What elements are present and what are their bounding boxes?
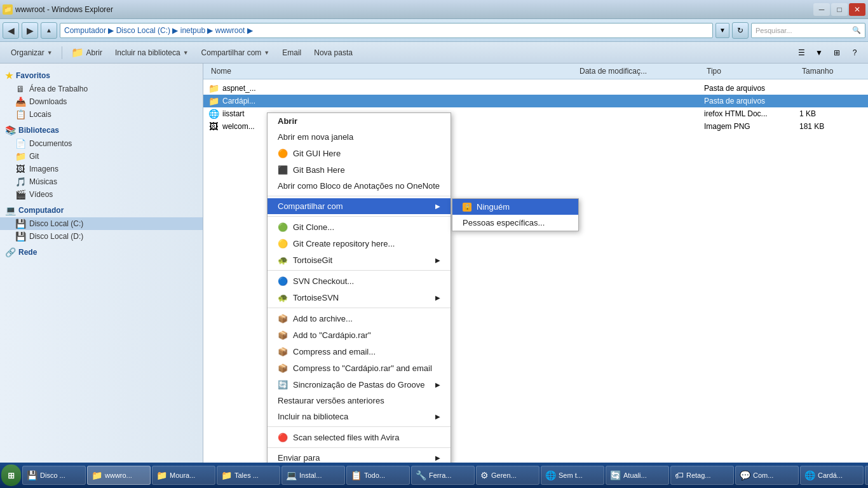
- videos-icon: 🎬: [15, 190, 25, 199]
- back-button[interactable]: ◀: [3, 22, 19, 39]
- taskbar-item-perso[interactable]: 👤 Perso...: [865, 466, 868, 485]
- favorites-header[interactable]: ★ Favoritos: [0, 69, 203, 83]
- tortoisegit-icon: 🐢: [278, 255, 288, 265]
- taskbar-icon-geren: ⚙: [480, 470, 489, 480]
- submenu-ninguem[interactable]: 🔒 Ninguém: [452, 199, 578, 215]
- view-dropdown[interactable]: ▼: [811, 44, 827, 61]
- include-library-button[interactable]: Incluir na biblioteca ▼: [109, 44, 194, 61]
- git-clone-icon: 🟢: [278, 222, 288, 232]
- sidebar-item-disk-c[interactable]: 💾 Disco Local (C:): [0, 217, 203, 230]
- ctx-restaurar[interactable]: Restaurar versões anteriores: [268, 393, 451, 409]
- email-button[interactable]: Email: [276, 44, 307, 61]
- context-menu: Abrir Abrir em nova janela 🟠 Git GUI Her…: [267, 112, 451, 469]
- taskbar-item-carda[interactable]: 🌐 Cardá...: [800, 466, 864, 485]
- taskbar-item-disco[interactable]: 💾 Disco ...: [22, 466, 86, 485]
- lock-icon: 🔒: [463, 203, 471, 212]
- ctx-add-archive[interactable]: 📦 Add to archive...: [268, 310, 451, 327]
- table-row[interactable]: 📁 aspnet_... Pasta de arquivos: [203, 82, 868, 95]
- preview-pane-button[interactable]: ⊞: [829, 44, 845, 61]
- taskbar-item-com[interactable]: 💬 Com...: [735, 466, 799, 485]
- taskbar-item-tales[interactable]: 📁 Tales ...: [217, 466, 280, 485]
- forward-button[interactable]: ▶: [22, 22, 38, 39]
- ctx-abrir[interactable]: Abrir: [268, 113, 451, 129]
- libraries-header[interactable]: 📚 Bibliotecas: [0, 123, 203, 137]
- ctx-git-clone[interactable]: 🟢 Git Clone...: [268, 219, 451, 235]
- network-section: 🔗 Rede: [0, 245, 203, 259]
- address-dropdown[interactable]: ▼: [715, 23, 729, 38]
- ctx-git-gui[interactable]: 🟠 Git GUI Here: [268, 145, 451, 161]
- col-modified[interactable]: Data de modificaç...: [577, 65, 704, 78]
- taskbar-item-atuali[interactable]: 🔄 Atuali...: [606, 466, 669, 485]
- search-icon: 🔍: [852, 26, 861, 34]
- ctx-sep-4: [268, 308, 451, 308]
- taskbar-item-ferra[interactable]: 🔧 Ferra...: [411, 466, 475, 485]
- new-folder-button[interactable]: Nova pasta: [308, 44, 358, 61]
- sidebar-item-music[interactable]: 🎵 Músicas: [0, 175, 203, 188]
- taskbar-item-geren[interactable]: ⚙ Geren...: [476, 466, 539, 485]
- close-button[interactable]: ✕: [849, 3, 865, 16]
- ctx-abrir-nova-janela[interactable]: Abrir em nova janela: [268, 129, 451, 145]
- sidebar-item-documents[interactable]: 📄 Documentos: [0, 137, 203, 150]
- ctx-tortoisesvn[interactable]: 🐢 TortoiseSVN ▶: [268, 289, 451, 306]
- submenu-pessoas[interactable]: Pessoas específicas...: [452, 215, 578, 231]
- sidebar-item-videos[interactable]: 🎬 Vídeos: [0, 188, 203, 201]
- computer-icon: 💻: [5, 205, 16, 215]
- ctx-sep-6: [268, 447, 451, 448]
- sidebar-item-git[interactable]: 📁 Git: [0, 150, 203, 163]
- minimize-button[interactable]: ─: [813, 3, 830, 16]
- share-button[interactable]: Compartilhar com ▼: [196, 44, 276, 61]
- taskbar-icon-tales: 📁: [221, 470, 232, 480]
- col-name[interactable]: Nome: [208, 65, 577, 78]
- ctx-svn-checkout[interactable]: 🔵 SVN Checkout...: [268, 273, 451, 289]
- col-type[interactable]: Tipo: [704, 65, 799, 78]
- ctx-git-create[interactable]: 🟡 Git Create repository here...: [268, 235, 451, 252]
- sidebar-item-downloads[interactable]: 📥 Downloads: [0, 95, 203, 108]
- taskbar-item-semt[interactable]: 🌐 Sem t...: [541, 466, 604, 485]
- sidebar-item-locals[interactable]: 📋 Locais: [0, 108, 203, 121]
- col-size[interactable]: Tamanho: [799, 65, 863, 78]
- folder-icon-cardapio: 📁: [208, 96, 219, 106]
- open-button[interactable]: 📁 Abrir: [65, 44, 108, 61]
- computer-header[interactable]: 💻 Computador: [0, 203, 203, 217]
- ctx-add-cardapio[interactable]: 📦 Add to "Cardápio.rar": [268, 327, 451, 343]
- ctx-compress-cardapio-email[interactable]: 📦 Compress to "Cardápio.rar" and email: [268, 360, 451, 376]
- taskbar-icon-retag: 🏷: [675, 470, 684, 480]
- ctx-compartilhar[interactable]: Compartilhar com ▶ 🔒 Ninguém Pessoas esp…: [268, 198, 451, 214]
- ctx-git-bash[interactable]: ⬛ Git Bash Here: [268, 161, 451, 178]
- file-name-cardapio: 📁 Cardápi...: [208, 96, 577, 106]
- ctx-scan-avira[interactable]: 🔴 Scan selected files with Avira: [268, 429, 451, 445]
- ctx-abrir-onenote[interactable]: Abrir como Bloco de Anotações no OneNote: [268, 178, 451, 194]
- taskbar-item-moura[interactable]: 📁 Moura...: [152, 466, 215, 485]
- ctx-incluir-biblioteca[interactable]: Incluir na biblioteca ▶: [268, 409, 451, 424]
- git-create-icon: 🟡: [278, 238, 288, 248]
- taskbar-item-todo[interactable]: 📋 Todo...: [346, 466, 410, 485]
- ctx-sep-5: [268, 426, 451, 427]
- view-details-button[interactable]: ☰: [793, 44, 810, 61]
- view-controls: ☰ ▼ ⊞ ?: [793, 44, 863, 61]
- table-row[interactable]: 📁 Cardápi... Pasta de arquivos Abrir Abr…: [203, 95, 868, 107]
- search-box[interactable]: Pesquisar... 🔍: [751, 23, 865, 38]
- git-gui-icon: 🟠: [278, 148, 288, 158]
- maximize-button[interactable]: □: [831, 3, 848, 16]
- taskbar-item-wwwroot[interactable]: 📁 wwwro...: [87, 466, 151, 485]
- network-header[interactable]: 🔗 Rede: [0, 245, 203, 259]
- ctx-sincronizacao[interactable]: 🔄 Sincronização de Pastas do Groove ▶: [268, 376, 451, 393]
- taskbar-icon-todo: 📋: [351, 470, 362, 480]
- ctx-tortoisegit[interactable]: 🐢 TortoiseGit ▶: [268, 252, 451, 268]
- archive-icon: 📦: [278, 313, 288, 323]
- organize-button[interactable]: Organizar ▼: [5, 44, 58, 61]
- help-button[interactable]: ?: [846, 44, 863, 61]
- start-button[interactable]: ⊞: [1, 464, 21, 486]
- sidebar-item-desktop[interactable]: 🖥 Área de Trabalho: [0, 83, 203, 95]
- taskbar-item-instal[interactable]: 💻 Instal...: [281, 466, 345, 485]
- taskbar-icon-carda: 🌐: [804, 470, 815, 480]
- taskbar-item-retag[interactable]: 🏷 Retag...: [670, 466, 734, 485]
- address-path[interactable]: Computador ▶ Disco Local (C:) ▶ inetpub …: [60, 23, 713, 38]
- sidebar-item-disk-d[interactable]: 💾 Disco Local (D:): [0, 230, 203, 243]
- up-button[interactable]: ▲: [41, 22, 57, 39]
- svn-icon: 🔵: [278, 276, 288, 286]
- ctx-compress-email[interactable]: 📦 Compress and email...: [268, 343, 451, 360]
- content-area: Nome Data de modificaç... Tipo Tamanho 📁…: [203, 64, 868, 469]
- sidebar-item-images[interactable]: 🖼 Imagens: [0, 163, 203, 175]
- refresh-button[interactable]: ↻: [732, 22, 749, 39]
